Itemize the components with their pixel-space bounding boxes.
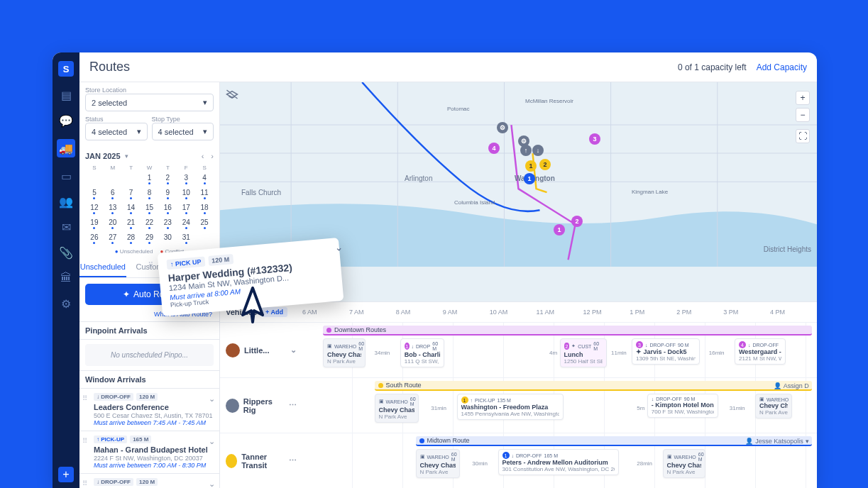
stop-card[interactable]: 3 ↓ DROP-OFF 90 M ✦ Jarvis - Dock51309 5… — [632, 338, 700, 365]
stop-card[interactable]: ▣WAREHO 60 M Chevy Chase MN Park Ave — [416, 449, 460, 478]
calendar-day[interactable]: 7 — [122, 187, 141, 201]
calendar-day[interactable]: 8 — [141, 187, 159, 201]
nav-add-button[interactable]: + — [58, 467, 74, 482]
more-icon[interactable]: ⋯ — [289, 401, 297, 410]
calendar-day[interactable]: 3 — [177, 172, 195, 186]
calendar-day[interactable]: 15 — [141, 202, 159, 216]
calendar-day[interactable]: 2 — [158, 172, 177, 186]
calendar-day[interactable]: 1 — [141, 172, 159, 186]
route-bar[interactable]: Midtown Route 👤 Jesse Katsopolis ▾ — [416, 436, 812, 446]
calendar-day[interactable]: 26 — [85, 232, 104, 245]
chevron-down-icon[interactable]: ⌄ — [334, 241, 344, 253]
status-select[interactable]: 4 selected▾ — [85, 123, 148, 140]
calendar-day[interactable]: 18 — [195, 202, 214, 216]
calendar-day[interactable]: 31 — [177, 232, 195, 245]
stop-card[interactable]: 1 ↑ PICK-UP 135 M Washington - Freedom P… — [457, 394, 564, 420]
zoom-out-button[interactable]: − — [796, 108, 810, 122]
calendar-day[interactable]: 28 — [122, 232, 141, 245]
drag-handle-icon[interactable]: ⠿ — [148, 261, 155, 271]
calendar-day[interactable] — [104, 172, 122, 186]
calendar-day[interactable]: 5 — [85, 187, 104, 201]
stop-card[interactable]: ▣WAREHO 60 M Chevy ChasN Park Ave — [663, 449, 705, 478]
stop-card[interactable]: ▣WAREHO Chevy ChasN Park Ave — [755, 394, 792, 418]
more-icon[interactable]: ⋯ — [289, 456, 297, 465]
stop-card[interactable]: 1 ↓ DROP 60 M Bob - Charlie's I111 Q St … — [400, 338, 444, 367]
assign-driver[interactable]: 👤 Jesse Katsopolis ▾ — [745, 438, 809, 445]
stop-card[interactable]: 2 ✦ CUST 60 M Lunch1250 Half St SE, W — [560, 338, 607, 367]
nav-settings-icon[interactable]: ⚙ — [59, 296, 73, 311]
calendar-day[interactable]: 25 — [195, 217, 214, 231]
stop-card[interactable]: ↓ DROP-OFF 90 M - Kimpton Hotel Monaco70… — [647, 394, 718, 418]
calendar-day[interactable]: 20 — [104, 217, 122, 231]
calendar-day[interactable]: 6 — [104, 187, 122, 201]
calendar-next-icon[interactable]: › — [211, 152, 214, 160]
arrival-card[interactable]: ⠿ ⌄ ↓ DROP-OFF120 M Leaders Conference 5… — [79, 389, 219, 431]
drag-handle-icon[interactable]: ⠿ — [82, 437, 87, 445]
map-pin[interactable]: 1 — [554, 224, 565, 235]
map-pin[interactable]: ↓ — [532, 145, 544, 156]
add-capacity-link[interactable]: Add Capacity — [757, 62, 807, 72]
distance-tag: 120 M — [136, 393, 158, 401]
drag-handle-icon[interactable]: ⠿ — [82, 394, 87, 402]
nav-bank-icon[interactable]: 🏛 — [59, 271, 73, 285]
calendar-dow: F — [177, 165, 195, 171]
nav-messages-icon[interactable]: ▭ — [59, 169, 73, 183]
map-pin[interactable]: 4 — [488, 143, 500, 154]
calendar-day[interactable]: 14 — [122, 202, 141, 216]
chevron-down-icon[interactable]: ⌄ — [290, 345, 297, 355]
chevron-down-icon[interactable]: ▾ — [125, 152, 128, 160]
calendar-day[interactable] — [122, 172, 141, 186]
stop-card[interactable]: ▣WAREHO 60 M Chevy Chase MN Park Ave — [323, 338, 366, 367]
route-bar[interactable]: Downtown Routes — [323, 326, 812, 336]
store-select[interactable]: 2 selected▾ — [85, 94, 214, 111]
calendar-day[interactable]: 16 — [158, 202, 177, 216]
calendar-day[interactable] — [85, 172, 104, 186]
map-pin[interactable]: 2 — [571, 216, 583, 227]
fullscreen-button[interactable]: ⛶ — [796, 129, 810, 143]
calendar-day[interactable]: 27 — [104, 232, 122, 245]
calendar-day[interactable]: 10 — [177, 187, 195, 201]
card-title: Leaders Conference — [94, 403, 214, 411]
map-pin[interactable]: 2 — [539, 159, 551, 170]
stop-card[interactable]: 1 ↓ DROP-OFF 165 M Peters - Andrew Mello… — [498, 449, 619, 475]
nav-people-icon[interactable]: 👥 — [59, 194, 73, 209]
calendar-day[interactable]: 9 — [158, 187, 177, 201]
assign-driver[interactable]: 👤 Assign D — [774, 382, 809, 389]
chevron-down-icon[interactable]: ⌄ — [209, 394, 215, 404]
stoptype-select[interactable]: 4 selected▾ — [152, 123, 214, 140]
calendar-day[interactable]: 13 — [104, 202, 122, 216]
calendar-day[interactable]: 19 — [85, 217, 104, 231]
stop-card[interactable]: ▣WAREHO 60 M Chevy Chase MN Park Ave — [375, 394, 419, 423]
drag-handle-icon[interactable]: ⠿ — [82, 479, 87, 487]
map-pin[interactable]: 1 — [524, 173, 535, 184]
nav-routes-icon[interactable]: 🚚 — [57, 139, 75, 157]
nav-dashboard-icon[interactable]: ▤ — [59, 88, 73, 102]
calendar-day[interactable]: 22 — [141, 217, 159, 231]
arrival-card[interactable]: ⠿ ⌄ ↓ DROP-OFF120 M — [79, 474, 219, 488]
chevron-down-icon[interactable]: ⌄ — [209, 479, 215, 488]
route-bar[interactable]: South Route 👤 Assign D — [375, 381, 812, 391]
calendar-day[interactable]: 23 — [158, 217, 177, 231]
tab-unscheduled[interactable]: Unscheduled — [79, 257, 126, 277]
calendar-day[interactable]: 24 — [177, 217, 195, 231]
map-pin[interactable]: 1 — [525, 160, 537, 172]
calendar-day[interactable]: 17 — [177, 202, 195, 216]
arrival-card[interactable]: ⠿ ⌄ ↑ PICK-UP165 M Mahan - Grand Budapes… — [79, 431, 219, 474]
chevron-down-icon[interactable]: ⌄ — [209, 437, 215, 446]
calendar-prev-icon[interactable]: ‹ — [202, 152, 204, 160]
stop-card[interactable]: 4 ↓ DROP-OFF Westergaard - Hy2121 M St N… — [735, 338, 786, 365]
calendar-day[interactable]: 11 — [195, 187, 214, 201]
nav-inbox-icon[interactable]: ✉ — [59, 220, 73, 234]
calendar-day[interactable]: 12 — [85, 202, 104, 216]
zoom-in-button[interactable]: + — [796, 91, 810, 105]
map-pin[interactable]: ⚙ — [497, 122, 508, 133]
nav-attach-icon[interactable]: 📎 — [59, 245, 73, 260]
nav-chat-icon[interactable]: 💬 — [59, 113, 73, 128]
calendar-day[interactable] — [195, 232, 214, 245]
map-pin[interactable]: 3 — [589, 133, 600, 145]
map-pin[interactable]: ↑ — [520, 145, 532, 156]
calendar-day[interactable]: 29 — [141, 232, 159, 245]
calendar-day[interactable]: 30 — [158, 232, 177, 245]
calendar-day[interactable]: 21 — [122, 217, 141, 231]
calendar-day[interactable]: 4 — [195, 172, 214, 186]
